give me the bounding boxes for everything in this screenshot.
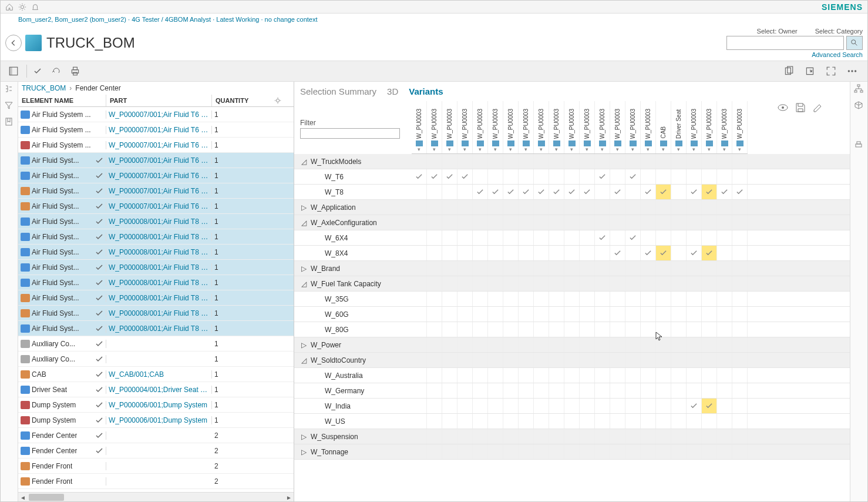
variant-cell[interactable] (732, 353, 748, 367)
variant-cell[interactable] (625, 292, 641, 306)
cube-icon[interactable] (854, 101, 864, 111)
variant-cell[interactable] (519, 292, 534, 306)
table-row[interactable]: CABW_CAB/001;CAB1 (18, 367, 294, 382)
variant-cell[interactable] (412, 261, 427, 276)
variant-col-header[interactable]: W_PU0003▾ (717, 101, 732, 153)
variant-cell[interactable] (671, 383, 687, 398)
variant-cell[interactable] (549, 322, 564, 337)
variant-col-header[interactable]: W_PU0003▾ (625, 101, 641, 153)
table-row[interactable]: Fender Front2 (18, 459, 294, 474)
variant-cell[interactable] (503, 276, 519, 291)
variant-cell[interactable] (427, 414, 442, 429)
variant-cell[interactable] (702, 185, 717, 199)
variant-cell[interactable] (534, 383, 549, 398)
variant-cell[interactable] (564, 185, 580, 199)
variant-cell[interactable] (534, 261, 549, 276)
variant-cell[interactable] (717, 368, 732, 383)
variant-cell[interactable] (457, 276, 473, 291)
variant-cell[interactable] (687, 169, 702, 184)
variant-cell[interactable] (427, 154, 442, 169)
variant-cell[interactable] (564, 353, 580, 367)
variant-cell[interactable] (717, 154, 732, 169)
variant-cell[interactable] (473, 444, 488, 459)
variant-cell[interactable] (610, 169, 625, 184)
variant-cell[interactable] (457, 169, 473, 184)
variant-cell[interactable] (656, 276, 671, 291)
bell-icon[interactable] (31, 3, 39, 11)
variant-cell[interactable] (641, 276, 656, 291)
tab-selection-summary[interactable]: Selection Summary (300, 86, 376, 96)
print-icon[interactable] (67, 63, 83, 79)
variant-cell[interactable] (564, 169, 580, 184)
variant-col-header[interactable]: W_PU0003▾ (702, 101, 717, 153)
table-row[interactable]: Air Fluid Syst...W_P000008/001;Air Fluid… (18, 229, 294, 245)
variant-cell[interactable] (457, 368, 473, 383)
variant-cell[interactable] (610, 230, 625, 245)
variant-cell[interactable] (610, 383, 625, 398)
variant-cell[interactable] (564, 246, 580, 260)
variant-cell[interactable] (488, 246, 503, 260)
variant-cell[interactable] (503, 399, 519, 413)
variant-cell[interactable] (610, 353, 625, 367)
variant-cell[interactable] (473, 261, 488, 276)
variant-cell[interactable] (473, 154, 488, 169)
variant-cell[interactable] (641, 444, 656, 459)
variant-cell[interactable] (519, 353, 534, 367)
variant-cell[interactable] (717, 169, 732, 184)
variant-cell[interactable] (457, 307, 473, 322)
variant-cell[interactable] (519, 246, 534, 260)
filter-input[interactable] (300, 128, 400, 139)
breadcrumb-root[interactable]: TRUCK_BOM (22, 84, 66, 92)
variant-cell[interactable] (549, 230, 564, 245)
variant-cell[interactable] (427, 246, 442, 260)
variant-cell[interactable] (564, 414, 580, 429)
variant-cell[interactable] (427, 307, 442, 322)
variant-cell[interactable] (595, 307, 610, 322)
variant-cell[interactable] (442, 276, 457, 291)
variant-cell[interactable] (671, 185, 687, 199)
variant-cell[interactable] (442, 383, 457, 398)
variant-col-header[interactable]: CAB▾ (656, 101, 671, 153)
variant-cell[interactable] (702, 169, 717, 184)
variant-cell[interactable] (488, 261, 503, 276)
variant-cell[interactable] (457, 429, 473, 444)
variant-cell[interactable] (519, 414, 534, 429)
variant-cell[interactable] (488, 169, 503, 184)
variant-cell[interactable] (580, 200, 595, 215)
variant-cell[interactable] (732, 154, 748, 169)
variant-cell[interactable] (427, 368, 442, 383)
variant-cell[interactable] (412, 429, 427, 444)
variant-cell[interactable] (519, 337, 534, 352)
variant-cell[interactable] (595, 383, 610, 398)
variant-value[interactable]: W_80G (294, 322, 412, 337)
gear-icon[interactable] (18, 3, 26, 11)
variant-cell[interactable] (702, 261, 717, 276)
variant-cell[interactable] (717, 383, 732, 398)
print-icon[interactable] (854, 140, 864, 151)
variant-cell[interactable] (687, 276, 702, 291)
variant-cell[interactable] (580, 307, 595, 322)
variant-cell[interactable] (625, 185, 641, 199)
variant-cell[interactable] (488, 444, 503, 459)
variant-cell[interactable] (671, 322, 687, 337)
variant-cell[interactable] (442, 322, 457, 337)
variant-cell[interactable] (732, 200, 748, 215)
variant-cell[interactable] (580, 276, 595, 291)
variant-cell[interactable] (473, 307, 488, 322)
variant-cell[interactable] (641, 383, 656, 398)
variant-col-header[interactable]: W_PU0003▾ (519, 101, 534, 153)
copy-icon[interactable] (780, 63, 797, 79)
variant-cell[interactable] (503, 292, 519, 306)
variant-cell[interactable] (610, 276, 625, 291)
variant-cell[interactable] (442, 307, 457, 322)
variant-cell[interactable] (442, 246, 457, 260)
variant-cell[interactable] (656, 368, 671, 383)
variant-cell[interactable] (427, 169, 442, 184)
variant-group[interactable]: ▷W_Power (294, 337, 412, 353)
grid-settings-icon[interactable] (271, 95, 285, 106)
table-row[interactable]: Dump SystemW_P000006/001;Dump System1 (18, 413, 294, 428)
variant-cell[interactable] (580, 246, 595, 260)
variant-cell[interactable] (534, 307, 549, 322)
variant-cell[interactable] (534, 429, 549, 444)
home-icon[interactable] (5, 3, 14, 11)
